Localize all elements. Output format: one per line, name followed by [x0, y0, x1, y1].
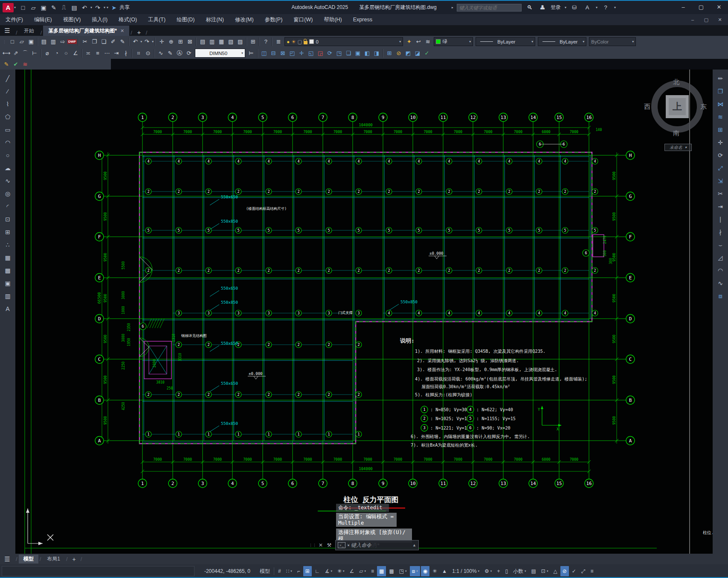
copy-button[interactable]: ❐ [716, 85, 725, 98]
dim-style-manager-button[interactable]: ⊨ [247, 49, 256, 58]
qat-open-icon[interactable]: ▱ [29, 3, 38, 12]
taper-faces-button[interactable]: ◳ [334, 49, 344, 58]
color-edges-button[interactable]: ◨ [372, 49, 381, 58]
dim-jogged-button[interactable]: ◔ [52, 49, 61, 58]
qat-undo-icon[interactable]: ↶ [80, 3, 89, 12]
annotation-visibility-button[interactable]: ◉ [421, 566, 429, 576]
spline-button[interactable]: ∿ [3, 174, 12, 187]
cut-button[interactable]: ✂ [80, 37, 90, 46]
add-annotation-scales-button[interactable]: ▲ [440, 566, 449, 576]
open-button[interactable]: ▱ [17, 37, 26, 46]
dim-ordinate-button[interactable]: ⊢ [30, 49, 39, 58]
tolerance-button[interactable]: ⌗ [134, 49, 143, 58]
dynamic-input-button[interactable]: ⊞ [303, 566, 312, 576]
dwf-export-button[interactable]: DWF [67, 37, 77, 46]
doc-minimize-button[interactable]: – [686, 15, 699, 24]
autocad-logo-icon[interactable]: A [3, 3, 14, 12]
menu-7[interactable]: 绘图(D) [171, 14, 200, 25]
redo-button-caret-icon[interactable]: ▾ [152, 40, 154, 44]
extend-button[interactable]: ⇥ [716, 200, 725, 213]
zoom-window-button[interactable]: ⊞ [176, 37, 185, 46]
transparency-button[interactable]: ▦ [377, 566, 386, 576]
tab-start[interactable]: 开始 [19, 26, 39, 36]
qat-customize-caret-icon[interactable]: ▾ [107, 6, 108, 9]
color-faces-button[interactable]: ▣ [353, 49, 363, 58]
viewcube-south-label[interactable]: 南 [673, 129, 679, 137]
clean-solid-button[interactable]: ⊘ [394, 49, 403, 58]
redo-button[interactable]: ↷ [142, 37, 151, 46]
center-mark-button[interactable]: ⊙ [143, 49, 153, 58]
viewcube-east-label[interactable]: 东 [700, 103, 707, 111]
command-bar-grip[interactable]: ⋮⋮ [309, 543, 316, 547]
offset-faces-button[interactable]: ◱ [306, 49, 316, 58]
match-properties-button[interactable]: ✐ [108, 37, 118, 46]
selection-cycling-button[interactable]: ▩ [387, 566, 396, 576]
layer-translator-button[interactable]: ≋ [20, 60, 30, 69]
construction-line-button[interactable]: ∕ [3, 85, 12, 98]
wcs-dropdown[interactable]: 未命名▾ [664, 144, 692, 151]
imprint-button[interactable]: ⊞ [385, 49, 394, 58]
dim-aligned-button[interactable]: ⇗ [11, 49, 20, 58]
layer-select[interactable]: ●☀▢0▾ [284, 37, 403, 46]
paste-button[interactable]: ❏ [99, 37, 108, 46]
dim-break-button[interactable]: ∤ [121, 49, 131, 58]
file-tab-menu-icon[interactable]: ☰ [0, 25, 15, 36]
menu-12[interactable]: 帮助(H) [318, 14, 347, 25]
annotation-scale-select[interactable]: 1:1 / 100%▾ [450, 566, 481, 576]
region-button[interactable]: ▣ [3, 277, 12, 290]
polar-tracking-button[interactable]: ∡▾ [323, 566, 334, 576]
rectangle-button[interactable]: ▭ [3, 123, 12, 136]
app-store-icon[interactable]: ⛁ [570, 3, 579, 12]
copy-edges-button[interactable]: ◧ [363, 49, 372, 58]
close-button[interactable]: ✕ [710, 1, 728, 13]
new-tab-button[interactable]: + [133, 29, 145, 36]
annotation-monitor-button[interactable]: ▱▾ [357, 566, 368, 576]
grid-display-button[interactable]: # [276, 566, 283, 576]
arc-button[interactable]: ◠ [3, 136, 12, 149]
share-icon[interactable]: ➤ [109, 3, 119, 12]
menu-13[interactable]: Express [348, 14, 378, 25]
autodesk-app-icon[interactable]: A [583, 3, 592, 12]
layer-previous-button[interactable]: ↩ [414, 37, 423, 46]
make-object-layer-current-button[interactable]: ✦ [404, 37, 414, 46]
solid-union-button[interactable]: ◫ [259, 49, 269, 58]
zoom-realtime-button[interactable]: ⊕ [166, 37, 176, 46]
ellipse-arc-button[interactable]: ◜ [3, 200, 12, 213]
undo-button[interactable]: ↶ [131, 37, 140, 46]
plot-style-select[interactable]: ByColor▾ [589, 37, 636, 46]
multiline-text-button[interactable]: A [3, 302, 12, 315]
zoom-previous-button[interactable]: ⊠ [185, 37, 194, 46]
command-bar-close-icon[interactable]: ✕ [316, 542, 325, 548]
app-menu-caret-icon[interactable]: ▾ [14, 6, 16, 9]
new-layout-button[interactable]: + [69, 556, 79, 563]
move-button[interactable]: ✛ [716, 136, 725, 149]
doc-restore-button[interactable]: ▢ [700, 15, 713, 24]
autodesk-app-caret-icon[interactable]: ▾ [596, 6, 597, 9]
search-icon[interactable]: 🔍︎ [525, 3, 534, 12]
array-button[interactable]: ⊞ [716, 123, 725, 136]
move-faces-button[interactable]: ✛ [297, 49, 306, 58]
qat-new-icon[interactable]: □ [18, 3, 28, 12]
dim-style-select[interactable]: DIMN50▾ [195, 49, 245, 58]
maximize-button[interactable]: ▢ [692, 1, 710, 13]
new-button[interactable]: □ [8, 37, 17, 46]
scale-button[interactable]: ⤢ [716, 162, 725, 174]
copy-clip-button[interactable]: ❐ [90, 37, 99, 46]
lineweight-select[interactable]: ByLayer▾ [538, 37, 586, 46]
3d-object-snap-button[interactable]: ◳▾ [397, 566, 409, 576]
color-select[interactable]: 绿▾ [434, 37, 473, 46]
customize-button[interactable]: ≡ [588, 566, 595, 576]
help-caret-icon[interactable]: ▾ [614, 6, 616, 9]
dim-diameter-button[interactable]: ○ [61, 49, 71, 58]
view-cube[interactable]: 北 南 西 东 上 未命名▾ [642, 76, 715, 161]
break-button[interactable]: ∤ [716, 226, 725, 238]
blend-curves-button[interactable]: ∿ [716, 277, 725, 290]
show-lineweight-button[interactable]: ≡ [369, 566, 376, 576]
circle-button[interactable]: ○ [3, 149, 12, 162]
menu-11[interactable]: 窗口(W) [288, 14, 318, 25]
redo-caret-icon[interactable]: ▾ [104, 6, 105, 9]
tab-close-icon[interactable]: ✕ [120, 28, 124, 33]
polyline-button[interactable]: ⌇ [3, 98, 12, 110]
hatch-button[interactable]: ▦ [3, 251, 12, 264]
join-button[interactable]: ⌣ [716, 238, 725, 251]
